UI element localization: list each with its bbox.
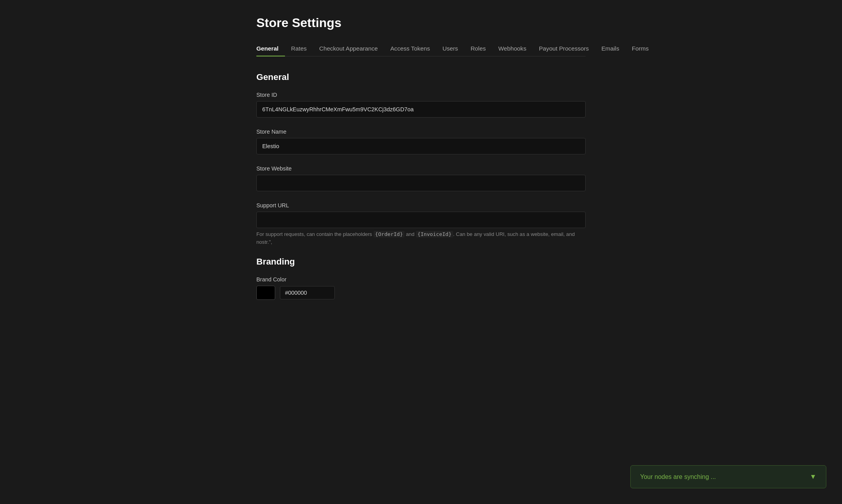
brand-color-row <box>256 286 586 300</box>
tab-rates[interactable]: Rates <box>285 41 313 56</box>
tab-users[interactable]: Users <box>436 41 465 56</box>
tab-webhooks[interactable]: Webhooks <box>492 41 532 56</box>
store-id-label: Store ID <box>256 92 586 98</box>
tab-access-tokens[interactable]: Access Tokens <box>384 41 436 56</box>
support-url-label: Support URL <box>256 202 586 208</box>
store-id-input[interactable] <box>256 101 586 118</box>
notification-banner: Your nodes are synching ... ▼ <box>630 465 826 488</box>
brand-color-swatch[interactable] <box>256 286 275 300</box>
tab-checkout-appearance[interactable]: Checkout Appearance <box>313 41 384 56</box>
placeholder-invoice-id: {InvoiceId} <box>416 231 453 237</box>
brand-color-group: Brand Color <box>256 276 586 300</box>
store-id-group: Store ID <box>256 92 586 118</box>
tab-emails[interactable]: Emails <box>595 41 626 56</box>
page-title: Store Settings <box>256 16 586 30</box>
tab-payout-processors[interactable]: Payout Processors <box>533 41 595 56</box>
branding-section-title: Branding <box>256 257 586 267</box>
store-name-group: Store Name <box>256 129 586 154</box>
support-url-input[interactable] <box>256 212 586 228</box>
store-name-input[interactable] <box>256 138 586 154</box>
general-section-title: General <box>256 72 586 82</box>
store-website-label: Store Website <box>256 165 586 172</box>
support-url-group: Support URL For support requests, can co… <box>256 202 586 246</box>
support-url-help: For support requests, can contain the pl… <box>256 230 586 246</box>
store-name-label: Store Name <box>256 129 586 135</box>
chevron-down-icon[interactable]: ▼ <box>810 473 817 481</box>
brand-color-input[interactable] <box>280 286 335 299</box>
branding-section: Branding Brand Color <box>256 257 586 300</box>
general-section: General Store ID Store Name Store Websit… <box>256 72 586 246</box>
store-website-input[interactable] <box>256 175 586 191</box>
brand-color-label: Brand Color <box>256 276 586 283</box>
notification-text: Your nodes are synching ... <box>640 473 716 480</box>
tabs-navigation: General Rates Checkout Appearance Access… <box>256 41 586 56</box>
tab-forms[interactable]: Forms <box>626 41 655 56</box>
tab-roles[interactable]: Roles <box>464 41 492 56</box>
placeholder-order-id: {OrderId} <box>374 231 405 237</box>
store-website-group: Store Website <box>256 165 586 191</box>
tab-general[interactable]: General <box>256 41 285 56</box>
